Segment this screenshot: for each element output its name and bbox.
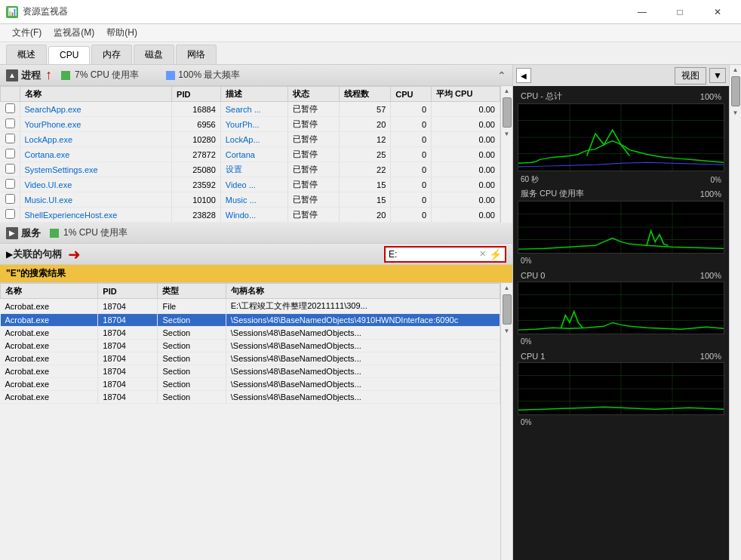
row-checkbox[interactable] bbox=[1, 132, 20, 147]
table-row[interactable]: Cortana.exe 27872 Cortana 已暂停 25 0 0.00 bbox=[1, 147, 500, 162]
process-name: Cortana.exe bbox=[20, 147, 172, 162]
process-checkbox[interactable] bbox=[5, 134, 15, 143]
process-checkbox[interactable] bbox=[5, 118, 15, 128]
handle-name: Acrobat.exe bbox=[1, 327, 98, 340]
table-row[interactable]: LockApp.exe 10280 LockAp... 已暂停 12 0 0.0… bbox=[1, 132, 500, 147]
handle-pid: 18704 bbox=[98, 365, 158, 378]
process-checkbox[interactable] bbox=[5, 179, 15, 189]
process-pid: 27872 bbox=[172, 147, 221, 162]
process-name: Video.UI.exe bbox=[20, 177, 172, 192]
maximize-button[interactable]: □ bbox=[663, 0, 697, 24]
row-checkbox[interactable] bbox=[1, 162, 20, 177]
process-avg-cpu: 0.00 bbox=[432, 102, 500, 117]
process-table-wrapper: 名称 PID 描述 状态 线程数 CPU 平均 CPU SearchApp bbox=[0, 86, 500, 223]
row-checkbox[interactable] bbox=[1, 208, 20, 223]
handles-input-wrapper: ✕ ⚡ bbox=[384, 246, 506, 263]
handle-name: Acrobat.exe bbox=[1, 352, 98, 365]
table-row[interactable]: SystemSettings.exe 25080 设置 已暂停 22 0 0.0… bbox=[1, 162, 500, 177]
process-cpu: 0 bbox=[391, 132, 432, 147]
list-item[interactable]: Acrobat.exe 18704 File E:\工程竣工文件整理202111… bbox=[1, 299, 500, 314]
main-scroll-up[interactable]: ▲ bbox=[733, 66, 739, 73]
process-status-dot bbox=[61, 71, 70, 80]
process-collapse-btn[interactable]: ⌃ bbox=[497, 69, 506, 82]
cpu0-graph bbox=[518, 282, 724, 334]
menu-help[interactable]: 帮助(H) bbox=[100, 25, 143, 41]
process-checkbox[interactable] bbox=[5, 194, 15, 204]
handle-path: \Sessions\48\BaseNamedObjects... bbox=[226, 365, 500, 378]
main-scroll-thumb[interactable] bbox=[731, 76, 740, 106]
table-row[interactable]: Music.UI.exe 10100 Music ... 已暂停 15 0 0.… bbox=[1, 192, 500, 208]
cpu1-graph bbox=[518, 362, 724, 415]
tab-network[interactable]: 网络 bbox=[176, 45, 217, 64]
tab-cpu[interactable]: CPU bbox=[48, 46, 90, 64]
service-usage-row: 0% bbox=[518, 255, 724, 266]
handle-pid: 18704 bbox=[98, 352, 158, 365]
right-expand-btn[interactable]: ◀ bbox=[516, 68, 531, 83]
row-checkbox[interactable] bbox=[1, 117, 20, 132]
process-cpu: 0 bbox=[391, 147, 432, 162]
process-header[interactable]: ▲ 进程 ↑ 7% CPU 使用率 100% 最大频率 ⌃ bbox=[0, 65, 512, 86]
handle-name: Acrobat.exe bbox=[1, 378, 98, 391]
left-panel: ▲ 进程 ↑ 7% CPU 使用率 100% 最大频率 ⌃ bbox=[0, 65, 513, 560]
cpu-usage: 0% bbox=[711, 176, 721, 184]
row-checkbox[interactable] bbox=[1, 102, 20, 117]
table-row[interactable]: Video.UI.exe 23592 Video ... 已暂停 15 0 0.… bbox=[1, 177, 500, 192]
main-scroll-down[interactable]: ▼ bbox=[733, 109, 739, 116]
handles-refresh-btn[interactable]: ⚡ bbox=[489, 248, 502, 260]
close-button[interactable]: ✕ bbox=[700, 0, 735, 24]
list-item[interactable]: Acrobat.exe 18704 Section \Sessions\48\B… bbox=[1, 327, 500, 340]
view-button[interactable]: 视图 bbox=[675, 67, 706, 85]
titlebar: 📊 资源监视器 — □ ✕ bbox=[0, 0, 741, 24]
handle-type: Section bbox=[158, 391, 226, 404]
process-checkbox[interactable] bbox=[5, 103, 15, 113]
list-item[interactable]: Acrobat.exe 18704 Section \Sessions\48\B… bbox=[1, 314, 500, 327]
table-row[interactable]: ShellExperienceHost.exe 23828 Windo... 已… bbox=[1, 208, 500, 223]
handle-name: Acrobat.exe bbox=[1, 391, 98, 404]
list-item[interactable]: Acrobat.exe 18704 Section \Sessions\48\B… bbox=[1, 391, 500, 404]
handles-scroll-thumb[interactable] bbox=[503, 294, 512, 325]
row-checkbox[interactable] bbox=[1, 177, 20, 192]
cpu1-usage-row: 0% bbox=[518, 417, 724, 428]
scroll-down-arrow[interactable]: ▼ bbox=[504, 131, 510, 137]
app-icon: 📊 bbox=[6, 6, 18, 18]
process-avg-cpu: 0.00 bbox=[432, 208, 500, 223]
tab-overview[interactable]: 概述 bbox=[6, 45, 47, 64]
scroll-up-arrow[interactable]: ▲ bbox=[504, 88, 510, 94]
process-status: 已暂停 bbox=[287, 132, 339, 147]
menu-file[interactable]: 文件(F) bbox=[6, 25, 48, 41]
list-item[interactable]: Acrobat.exe 18704 Section \Sessions\48\B… bbox=[1, 378, 500, 391]
service-usage: 0% bbox=[521, 257, 531, 265]
handles-results-container[interactable]: 名称 PID 类型 句柄名称 Acrobat.exe 18704 File E:… bbox=[0, 283, 500, 560]
process-scrollbar[interactable]: ▲ ▼ bbox=[500, 86, 512, 223]
menu-monitor[interactable]: 监视器(M) bbox=[48, 25, 100, 41]
list-item[interactable]: Acrobat.exe 18704 Section \Sessions\48\B… bbox=[1, 352, 500, 365]
process-checkbox[interactable] bbox=[5, 209, 15, 219]
row-checkbox[interactable] bbox=[1, 192, 20, 208]
services-header[interactable]: ▶ 服务 1% CPU 使用率 bbox=[0, 223, 512, 244]
handles-scroll-down[interactable]: ▼ bbox=[504, 328, 510, 334]
process-cpu: 0 bbox=[391, 192, 432, 208]
handles-scroll-up[interactable]: ▲ bbox=[504, 285, 510, 291]
handles-clear-btn[interactable]: ✕ bbox=[479, 249, 486, 259]
handles-search-input[interactable] bbox=[389, 249, 479, 260]
process-cpu: 0 bbox=[391, 177, 432, 192]
table-row[interactable]: YourPhone.exe 6956 YourPh... 已暂停 20 0 0.… bbox=[1, 117, 500, 132]
row-checkbox[interactable] bbox=[1, 147, 20, 162]
minimize-button[interactable]: — bbox=[625, 0, 660, 24]
list-item[interactable]: Acrobat.exe 18704 Section \Sessions\48\B… bbox=[1, 365, 500, 378]
list-item[interactable]: Acrobat.exe 18704 Section \Sessions\48\B… bbox=[1, 340, 500, 352]
scroll-thumb[interactable] bbox=[503, 97, 512, 128]
process-desc: Windo... bbox=[220, 208, 287, 223]
handles-header: ▶ 关联的句柄 ➜ ✕ ⚡ bbox=[0, 244, 512, 265]
tab-memory[interactable]: 内存 bbox=[91, 45, 132, 64]
view-dropdown-btn[interactable]: ▼ bbox=[709, 68, 726, 83]
handles-scrollbar[interactable]: ▲ ▼ bbox=[500, 283, 512, 560]
cpu-total-percent: 100% bbox=[700, 92, 721, 101]
process-checkbox[interactable] bbox=[5, 149, 15, 158]
main-scrollbar[interactable]: ▲ ▼ bbox=[729, 65, 741, 560]
table-row[interactable]: SearchApp.exe 16884 Search ... 已暂停 57 0 … bbox=[1, 102, 500, 117]
process-threads: 20 bbox=[340, 208, 391, 223]
cpu0-label-row: CPU 0 100% bbox=[518, 269, 724, 282]
tab-disk[interactable]: 磁盘 bbox=[134, 45, 174, 64]
process-checkbox[interactable] bbox=[5, 164, 15, 174]
